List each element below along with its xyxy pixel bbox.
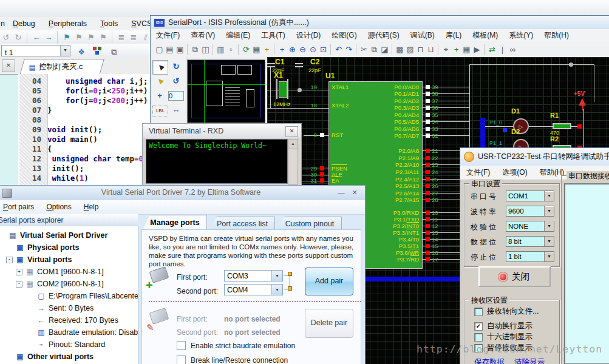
proteus-menu-item[interactable]: 工具(T) — [256, 29, 290, 41]
proteus-toolbar-icon[interactable]: | — [392, 44, 393, 55]
proteus-menu-item[interactable]: 库(L) — [440, 29, 468, 41]
keil-toolbar-icon[interactable]: | — [112, 31, 113, 44]
proteus-toolbar-icon[interactable]: ▣ — [175, 42, 185, 57]
power-terminal-icon[interactable] — [579, 98, 586, 106]
keil-menu-item[interactable]: Debug — [6, 17, 42, 30]
chevron-down-icon[interactable]: ▼ — [544, 252, 554, 261]
checkbox-icon[interactable] — [474, 333, 483, 342]
proteus-toolbar-icon[interactable]: ▢ — [154, 42, 165, 57]
terminal-scrollbar[interactable]: ▲ — [288, 139, 298, 185]
keil-menu-clipped[interactable]: n — [0, 17, 6, 30]
rotate-cw-icon[interactable]: ↻ — [169, 60, 183, 73]
keil-toolbar-icon[interactable]: ⚑ — [73, 31, 85, 44]
tab-port-access-list[interactable]: Port access list — [209, 217, 275, 230]
tree-item[interactable]: - ▣ Virtual ports — [0, 254, 138, 266]
selection-tool-icon[interactable]: ▶ — [152, 60, 168, 75]
proteus-toolbar-icon[interactable]: ⧉ — [369, 42, 379, 57]
tree-item[interactable]: ▤ Virtual Serial Port Driver — [0, 229, 138, 241]
code-line[interactable]: 08 — [19, 115, 149, 125]
keil-toolbar-icon[interactable]: ↺ — [0, 31, 12, 44]
proteus-toolbar-icon[interactable]: ∞ — [508, 42, 518, 57]
proteus-toolbar-icon[interactable]: | — [213, 44, 214, 55]
action-link[interactable]: 清除显示 — [514, 358, 545, 364]
chevron-down-icon[interactable]: ▼ — [271, 285, 282, 295]
proteus-toolbar-icon[interactable]: | — [438, 44, 439, 55]
tree-item[interactable]: ▢ E:\Program Files\Labcenter — [0, 290, 138, 302]
proteus-toolbar-icon[interactable]: ↶ — [333, 42, 344, 57]
checkbox-icon[interactable] — [177, 356, 186, 364]
tab-custom-pinout[interactable]: Custom pinout — [277, 217, 342, 230]
tree-expander-icon[interactable]: - — [6, 257, 13, 263]
add-pair-button[interactable]: Add pair — [305, 268, 353, 295]
code-line[interactable]: 09void init(); — [19, 125, 149, 135]
receive-option-checkbox[interactable]: 十六进制显示 — [474, 332, 532, 342]
keil-toolbar-icon[interactable]: → — [43, 31, 55, 44]
chevron-down-icon[interactable]: ▼ — [544, 191, 554, 201]
checkbox-icon[interactable] — [177, 341, 186, 350]
vspd-menu-item[interactable]: Port pairs — [0, 200, 40, 214]
action-link[interactable]: 保存数据 — [474, 358, 505, 364]
proteus-toolbar-icon[interactable]: ⧉ — [190, 42, 200, 57]
keil-menu-item[interactable]: Peripherals — [42, 17, 94, 30]
checkbox-icon[interactable] — [474, 322, 483, 331]
tree-item[interactable]: ▣ Other virtual ports — [0, 351, 138, 363]
proteus-menu-item[interactable]: 帮助(H) — [539, 29, 574, 41]
setting-select[interactable]: 9600 ▼ — [506, 206, 554, 217]
proteus-menu-item[interactable]: 文件(F) — [151, 29, 185, 41]
proteus-toolbar-icon[interactable]: | — [330, 44, 332, 55]
proteus-toolbar-icon[interactable]: ⇄ — [487, 42, 497, 57]
proteus-toolbar-icon[interactable]: | — [187, 44, 188, 55]
tree-item[interactable]: → Sent: 0 Bytes — [0, 302, 138, 314]
tree-item[interactable]: - ▦ COM2 [9600-N-8-1] — [0, 278, 138, 290]
proteus-menu-item[interactable]: 设计(D) — [291, 29, 327, 41]
schematic-overview-pane[interactable] — [187, 59, 265, 123]
minimize-icon[interactable]: — — [336, 188, 347, 197]
break-line-checkbox[interactable]: Break line/Restore connection — [177, 356, 288, 364]
keil-toolbar-icon[interactable]: ⚑ — [85, 31, 97, 44]
setting-select[interactable]: 8 bit ▼ — [506, 236, 554, 247]
proteus-toolbar-icon[interactable]: ▫ — [226, 42, 236, 57]
chevron-down-icon[interactable]: ▼ — [544, 237, 554, 246]
code-line[interactable]: 06 for(j=0;j<200;j++) — [19, 96, 149, 106]
vspd-menu-item[interactable]: Options — [40, 200, 77, 214]
usr-titlebar[interactable]: USR-TCP232-Test 串口转网络调试助手 — [460, 148, 609, 166]
tree-expander-icon[interactable]: + — [16, 269, 22, 275]
proteus-toolbar-icon[interactable]: ▦ — [461, 42, 472, 57]
proteus-menu-item[interactable]: 查看(V) — [185, 29, 220, 41]
proteus-toolbar-icon[interactable]: ⟳ — [241, 42, 251, 57]
delete-pair-button[interactable]: Delete pair — [305, 309, 353, 338]
usr-menu-item[interactable]: 文件(F) — [460, 166, 496, 180]
keil-toolbar-icon[interactable]: ⚑ — [61, 31, 73, 44]
component-tool-icon[interactable]: ▶ — [152, 75, 167, 88]
tree-item[interactable]: + ▦ COM1 [9600-N-8-1] — [0, 266, 138, 278]
code-line[interactable]: 04 unsigned char i,j; — [19, 76, 149, 86]
checkbox-icon[interactable] — [474, 308, 483, 316]
receive-option-checkbox[interactable]: 自动换行显示 — [474, 321, 532, 331]
chevron-down-icon[interactable]: ▼ — [60, 46, 70, 56]
code-line[interactable]: 11{ — [19, 144, 149, 154]
proteus-toolbar-icon[interactable]: ↷ — [344, 42, 354, 57]
proteus-toolbar-icon[interactable]: | — [274, 44, 275, 55]
proteus-toolbar-icon[interactable]: + — [451, 42, 461, 57]
receive-option-checkbox[interactable]: 接收转向文件... — [474, 306, 539, 317]
editor-tab[interactable]: ▤控制灯亮灭.c — [19, 59, 104, 75]
proteus-toolbar-icon[interactable]: ▦ — [251, 42, 262, 57]
tab-manage-ports[interactable]: Manage ports — [143, 215, 207, 230]
keil-toolbar-icon[interactable]: | — [27, 31, 28, 44]
keil-toolbar-icon[interactable]: ⚑ — [97, 31, 109, 44]
proteus-menu-item[interactable]: 绘图(G) — [326, 29, 362, 41]
proteus-titlebar[interactable]: ISIS SerialPort - ISIS Professional (仿真中… — [151, 16, 609, 29]
terminal-output[interactable]: Welcome To Singlechip World~ — [146, 139, 288, 184]
usr-menu-item[interactable]: 选项(O) — [496, 166, 533, 180]
tree-item[interactable]: ⌁ Pinout: Standard — [0, 339, 138, 351]
proteus-toolbar-icon[interactable]: ⊖ — [298, 42, 308, 57]
receive-data-textarea[interactable] — [564, 183, 609, 364]
setting-select[interactable]: NONE ▼ — [506, 221, 554, 232]
keil-toolbar-icon[interactable]: ≣ — [128, 31, 140, 44]
proteus-toolbar-icon[interactable]: ▥ — [216, 42, 226, 57]
keil-toolbar-icon[interactable]: ↻ — [12, 31, 24, 44]
chevron-down-icon[interactable]: ▼ — [544, 221, 554, 231]
close-icon[interactable]: ✕ — [285, 126, 298, 137]
proteus-menu-item[interactable]: 编辑(E) — [220, 29, 256, 41]
code-line[interactable]: 14 while(1) — [19, 174, 149, 183]
